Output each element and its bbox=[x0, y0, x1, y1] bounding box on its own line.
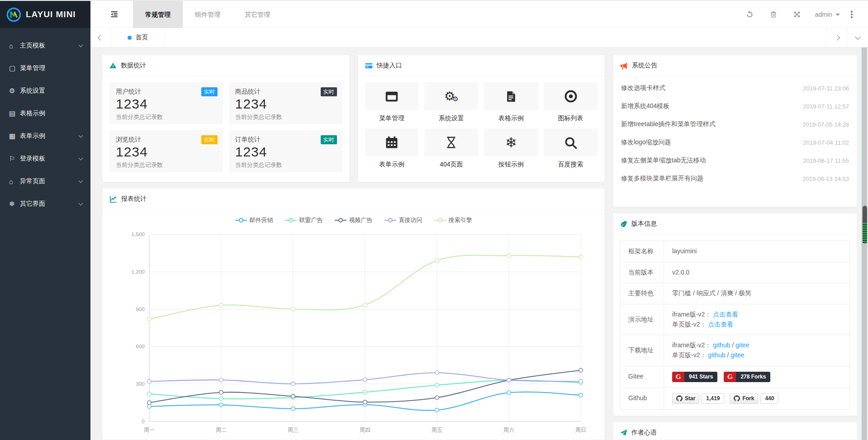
gitee-badge[interactable]: G278 Forks bbox=[724, 372, 770, 382]
legend-item-直接访问[interactable]: 直接访问 bbox=[384, 216, 422, 224]
version-row: GithubStar1,419Fork440 bbox=[621, 388, 850, 409]
version-row-value: layuimini bbox=[664, 241, 850, 262]
header-tab-3[interactable]: 其它管理 bbox=[232, 1, 282, 28]
octocat-icon bbox=[734, 395, 740, 402]
link-点击查看[interactable]: 点击查看 bbox=[708, 321, 733, 328]
announcement-time: 2019-06-13 14:53 bbox=[802, 175, 849, 182]
legend-label: 搜索引擎 bbox=[449, 216, 472, 224]
quick-entry-window[interactable]: 菜单管理 bbox=[365, 82, 419, 128]
sidebar-item-8[interactable]: ❄其它界面 bbox=[0, 193, 90, 215]
announcement-row[interactable]: 修改选项卡样式2019-07-11 23:06 bbox=[620, 79, 850, 97]
sidebar-item-7[interactable]: ⌂异常页面 bbox=[0, 170, 90, 193]
fullscreen-icon[interactable] bbox=[785, 11, 809, 18]
sidebar-item-5[interactable]: ▦表单示例 bbox=[0, 125, 90, 147]
quick-entry-label: 百度搜索 bbox=[544, 161, 598, 169]
github-star-button[interactable]: Star bbox=[672, 393, 699, 404]
link-点击查看[interactable]: 点击查看 bbox=[713, 311, 738, 318]
gitee-logo-icon: G bbox=[724, 372, 736, 382]
tabs-scroll-right[interactable] bbox=[826, 28, 847, 47]
announcement-row[interactable]: 修改logo缩放问题2019-07-04 11:02 bbox=[620, 133, 850, 151]
username: admin bbox=[815, 11, 832, 18]
sidebar-item-3[interactable]: ⚙系统设置 bbox=[0, 80, 90, 102]
link-github[interactable]: github bbox=[713, 341, 730, 349]
page-tab-home[interactable]: 首页 bbox=[111, 28, 165, 47]
status-badge: 实时 bbox=[321, 135, 337, 144]
announcement-text: 新增系统404模板 bbox=[621, 102, 669, 110]
legend-item-视频广告[interactable]: 视频广告 bbox=[335, 216, 373, 224]
trash-icon[interactable] bbox=[762, 10, 785, 18]
svg-text:900: 900 bbox=[136, 306, 145, 312]
link-prefix: 单页版-v2： bbox=[672, 321, 708, 328]
gitee-badge[interactable]: G941 Stars bbox=[672, 372, 717, 382]
top-header: 常规管理组件管理其它管理 admin bbox=[90, 1, 868, 28]
sidebar-item-2[interactable]: ▢菜单管理 bbox=[0, 57, 90, 80]
version-row-value: iframe版-v2： github / gitee单页版-v2： github… bbox=[664, 335, 850, 366]
quick-entry-snowflake[interactable]: ❄按钮示例 bbox=[484, 128, 538, 175]
github-count[interactable]: 1,419 bbox=[702, 393, 724, 404]
version-row: 下载地址iframe版-v2： github / gitee单页版-v2： gi… bbox=[621, 335, 850, 366]
octocat-icon bbox=[676, 395, 683, 402]
sidebar-item-label: 表单示例 bbox=[20, 132, 45, 140]
link-gitee[interactable]: gitee bbox=[730, 351, 744, 359]
quick-entry-hourglass[interactable]: 404页面 bbox=[424, 128, 478, 175]
quick-entry-label: 图标列表 bbox=[544, 114, 598, 123]
tabs-dropdown[interactable] bbox=[847, 28, 868, 47]
app-title: LAYUI MINI bbox=[26, 9, 76, 19]
bullhorn-icon bbox=[620, 62, 628, 70]
page-tabs: 首页 bbox=[111, 28, 165, 47]
github-count[interactable]: 440 bbox=[760, 393, 778, 404]
link-gitee[interactable]: gitee bbox=[735, 341, 749, 349]
quick-entry-file-text[interactable]: 表格示例 bbox=[484, 82, 538, 128]
header-nav-tabs: 常规管理组件管理其它管理 bbox=[133, 1, 282, 28]
version-row-label: Gitee bbox=[621, 366, 664, 388]
announcement-time: 2019-07-05 14:28 bbox=[802, 121, 849, 128]
sidebar-item-1[interactable]: ⌂主页模板 bbox=[0, 34, 90, 57]
panel-quick-entry: 快捷入口 菜单管理⚙⚙系统设置表格示例图标列表表单示例404页面❄按钮示例百度搜… bbox=[358, 55, 605, 182]
status-badge: 实时 bbox=[321, 87, 337, 96]
announcement-row[interactable]: 修复多模块菜单栏展开有问题2019-06-13 14:53 bbox=[620, 170, 850, 188]
legend-item-联盟广告[interactable]: 联盟广告 bbox=[285, 216, 323, 224]
sidebar-item-6[interactable]: ⚐登录模板 bbox=[0, 147, 90, 170]
scrollbar-track[interactable] bbox=[862, 47, 867, 440]
file-icon: ▤ bbox=[9, 109, 20, 118]
tabs-scroll-left[interactable] bbox=[90, 28, 111, 47]
chevron-left-icon bbox=[98, 35, 104, 41]
window-icon: ▢ bbox=[9, 64, 20, 72]
logo[interactable]: LAYUI MINI bbox=[0, 1, 90, 28]
search-icon bbox=[564, 136, 577, 149]
collapse-menu-icon[interactable] bbox=[105, 10, 123, 18]
announcement-text: 修改logo缩放问题 bbox=[621, 138, 671, 147]
quick-entry-dot-circle[interactable]: 图标列表 bbox=[544, 82, 598, 128]
stat-caption: 当前分类总记录数 bbox=[116, 113, 217, 121]
calendar-icon bbox=[385, 136, 398, 149]
legend-marker bbox=[285, 218, 297, 223]
legend-label: 联盟广告 bbox=[299, 216, 323, 224]
link-github[interactable]: github bbox=[708, 351, 725, 359]
announcement-text: 修复左侧菜单缩放tab无法移动 bbox=[621, 156, 706, 165]
quick-entry-gears[interactable]: ⚙⚙系统设置 bbox=[424, 82, 478, 128]
sidebar: LAYUI MINI ⌂主页模板▢菜单管理⚙系统设置▤表格示例▦表单示例⚐登录模… bbox=[0, 1, 90, 440]
legend-item-搜索引擎[interactable]: 搜索引擎 bbox=[434, 216, 472, 224]
user-menu[interactable]: admin bbox=[809, 11, 846, 18]
top-hairline bbox=[0, 0, 868, 1]
scrollbar-thumb[interactable] bbox=[863, 206, 867, 244]
header-tab-2[interactable]: 组件管理 bbox=[183, 1, 232, 28]
announcement-row[interactable]: 修复左侧菜单缩放tab无法移动2019-06-17 11:55 bbox=[620, 151, 850, 170]
announcement-text: 修复多模块菜单栏展开有问题 bbox=[621, 175, 703, 183]
version-row-label: 下载地址 bbox=[621, 335, 664, 366]
stat-card: 订单统计实时1234当前分类总记录数 bbox=[229, 130, 342, 172]
quick-entry-label: 404页面 bbox=[424, 161, 478, 169]
more-options-icon[interactable] bbox=[851, 14, 853, 15]
legend-item-邮件营销[interactable]: 邮件营销 bbox=[235, 216, 273, 224]
announcement-row[interactable]: 新增treetable插件和菜单管理样式2019-07-05 14:28 bbox=[620, 115, 850, 133]
github-fork-button[interactable]: Fork bbox=[730, 393, 758, 404]
github-button-label: Fork bbox=[742, 394, 754, 403]
quick-entry-calendar[interactable]: 表单示例 bbox=[365, 128, 419, 175]
quick-entry-search[interactable]: 百度搜索 bbox=[544, 128, 598, 175]
quick-entry-label: 表格示例 bbox=[484, 114, 538, 123]
announcement-row[interactable]: 新增系统404模板2019-07-11 12:57 bbox=[620, 97, 850, 115]
sidebar-item-4[interactable]: ▤表格示例 bbox=[0, 102, 90, 125]
refresh-icon[interactable] bbox=[738, 10, 762, 18]
header-tab-1[interactable]: 常规管理 bbox=[133, 1, 183, 28]
main-content: 数据统计 用户统计实时1234当前分类总记录数商品统计实时1234当前分类总记录… bbox=[90, 47, 868, 440]
